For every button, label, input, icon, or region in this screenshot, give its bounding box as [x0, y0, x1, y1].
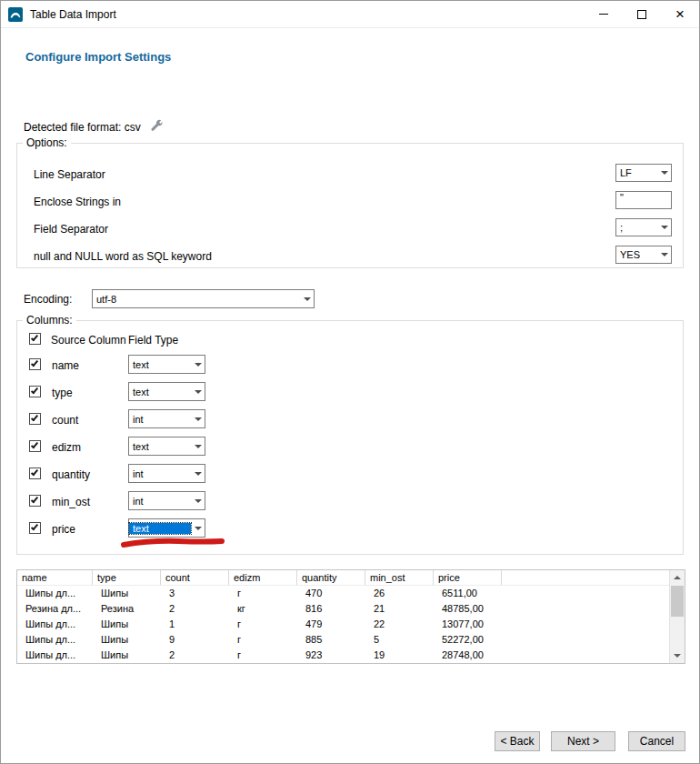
- column-checkbox-count[interactable]: [29, 413, 41, 425]
- select-all-checkbox[interactable]: [29, 333, 41, 345]
- minimize-icon: [599, 14, 608, 15]
- cell: 5: [365, 632, 434, 648]
- cell: Резина дл...: [17, 601, 93, 617]
- field-type-select-quantity[interactable]: int: [128, 464, 205, 483]
- field-type-select-type[interactable]: text: [128, 382, 205, 401]
- table-row[interactable]: Шипы дл... Шипы 2 г 923 19 28748,00: [17, 648, 685, 663]
- cell: 479: [297, 617, 365, 632]
- titlebar: Table Data Import ×: [1, 1, 699, 28]
- cell: Шипы дл...: [17, 586, 93, 601]
- check-icon: [31, 468, 38, 477]
- chevron-down-icon: [657, 165, 671, 181]
- cell: 52272,00: [434, 632, 502, 648]
- preview-header[interactable]: price: [434, 570, 502, 585]
- columns-legend: Columns:: [23, 314, 76, 327]
- scrollbar-thumb[interactable]: [671, 586, 684, 617]
- field-type-select-count[interactable]: int: [128, 409, 205, 428]
- null-keyword-label: null and NULL word as SQL keyword: [34, 250, 212, 263]
- field-type-select-price[interactable]: text: [128, 518, 205, 538]
- page-title: Configure Import Settings: [25, 50, 171, 64]
- encoding-label: Encoding:: [24, 293, 72, 306]
- cell: 2: [161, 648, 229, 663]
- cell: 13077,00: [434, 617, 502, 632]
- cell: Шипы дл...: [17, 632, 93, 648]
- minimize-button[interactable]: [585, 1, 623, 27]
- cell: 48785,00: [434, 601, 502, 617]
- preview-header[interactable]: min_ost: [365, 570, 434, 585]
- scroll-down-icon[interactable]: [670, 648, 685, 663]
- detected-format-label: Detected file format: csv: [24, 121, 141, 134]
- column-checkbox-quantity[interactable]: [29, 467, 41, 479]
- table-data-import-window: Table Data Import × Configure Import Set…: [0, 0, 700, 764]
- cell: Шипы дл...: [17, 617, 93, 632]
- cell: 885: [297, 632, 365, 648]
- app-icon: [8, 7, 23, 22]
- cell: 28748,00: [434, 648, 502, 663]
- chevron-down-icon: [657, 246, 671, 263]
- field-type-select-name[interactable]: text: [128, 355, 205, 374]
- column-checkbox-min-ost[interactable]: [29, 495, 41, 507]
- column-checkbox-type[interactable]: [29, 386, 41, 397]
- detected-format: Detected file format: csv: [24, 119, 164, 136]
- column-checkbox-price[interactable]: [29, 522, 41, 534]
- cell: 923: [297, 648, 365, 663]
- preview-header[interactable]: quantity: [297, 570, 365, 585]
- column-checkbox-edizm[interactable]: [29, 440, 41, 452]
- chevron-down-icon: [191, 519, 205, 537]
- column-checkbox-name[interactable]: [29, 358, 41, 370]
- line-separator-select[interactable]: LF: [615, 164, 672, 182]
- column-name: count: [52, 414, 78, 427]
- preview-header-row: name type count edizm quantity min_ost p…: [17, 570, 685, 586]
- null-keyword-select[interactable]: YES: [615, 246, 672, 264]
- check-icon: [31, 359, 38, 367]
- close-button[interactable]: ×: [661, 1, 699, 27]
- maximize-icon: [637, 10, 646, 19]
- field-separator-select[interactable]: ;: [615, 218, 672, 236]
- maximize-button[interactable]: [623, 1, 661, 27]
- cell: кг: [229, 601, 297, 617]
- enclose-strings-label: Enclose Strings in: [34, 196, 121, 208]
- column-name: type: [52, 387, 73, 399]
- preview-header[interactable]: count: [161, 570, 229, 585]
- chevron-down-icon: [300, 290, 314, 307]
- cancel-button[interactable]: Cancel: [628, 731, 685, 751]
- table-row[interactable]: Шипы дл... Шипы 1 г 479 22 13077,00: [17, 617, 685, 632]
- cell: 1: [161, 617, 229, 632]
- next-button[interactable]: Next >: [551, 731, 615, 751]
- column-name: price: [52, 523, 75, 536]
- check-icon: [31, 523, 38, 531]
- cell: 816: [297, 601, 365, 617]
- table-row[interactable]: Шипы дл... Шипы 9 г 885 5 52272,00: [17, 632, 685, 648]
- cell: 19: [365, 648, 434, 663]
- cell: г: [229, 586, 297, 601]
- field-type-header: Field Type: [128, 334, 178, 347]
- field-type-select-min-ost[interactable]: int: [128, 491, 205, 510]
- preview-header[interactable]: type: [93, 570, 161, 585]
- cell: 22: [365, 617, 434, 632]
- check-icon: [31, 414, 38, 422]
- field-type-select-edizm[interactable]: text: [128, 437, 205, 456]
- preview-table: name type count edizm quantity min_ost p…: [16, 569, 685, 664]
- chevron-down-icon: [191, 356, 205, 373]
- encoding-select[interactable]: utf-8: [92, 289, 315, 308]
- back-button[interactable]: < Back: [495, 731, 540, 751]
- cell: Шипы: [93, 586, 161, 601]
- column-name: min_ost: [52, 496, 90, 508]
- line-separator-label: Line Separator: [34, 168, 105, 181]
- columns-groupbox: Columns: Source Column Field Type name t…: [16, 320, 684, 555]
- cell: Шипы: [93, 632, 161, 648]
- chevron-down-icon: [191, 437, 205, 455]
- enclose-strings-input[interactable]: ": [615, 191, 672, 209]
- column-name: quantity: [52, 468, 90, 481]
- check-icon: [31, 387, 38, 395]
- scroll-up-icon[interactable]: [670, 570, 685, 585]
- table-row[interactable]: Резина дл... Резина 2 кг 816 21 48785,00: [17, 601, 685, 617]
- preview-header[interactable]: edizm: [229, 570, 297, 585]
- chevron-down-icon: [657, 219, 671, 236]
- preview-header[interactable]: name: [17, 570, 93, 585]
- table-row[interactable]: Шипы дл... Шипы 3 г 470 26 6511,00: [17, 586, 685, 601]
- cell: Шипы: [93, 648, 161, 663]
- cell: 470: [297, 586, 365, 601]
- scrollbar[interactable]: [669, 570, 685, 663]
- check-icon: [31, 334, 38, 342]
